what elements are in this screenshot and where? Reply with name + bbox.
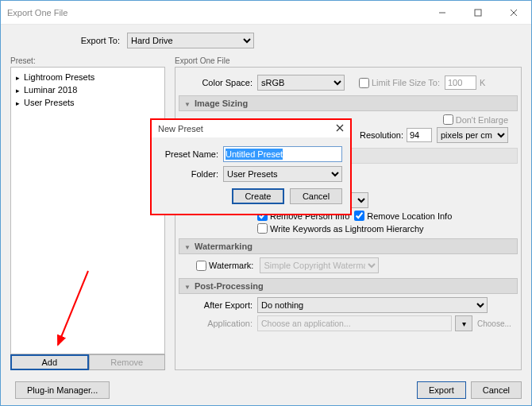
watermark-label: Watermark: [209,261,253,270]
window-title: Export One File [7,8,67,17]
application-field: Choose an application... [257,315,452,331]
write-keywords-checkbox[interactable] [257,223,268,234]
application-browse-button[interactable]: ▾ [455,315,472,331]
svg-rect-1 [475,10,481,16]
new-preset-dialog: New Preset Preset Name: Untitled Preset … [150,118,352,215]
write-keywords-label: Write Keywords as Lightroom Hierarchy [270,224,424,234]
application-label: Application: [193,319,253,328]
section-watermarking[interactable]: Watermarking [179,238,518,254]
after-export-select[interactable]: Do nothing [257,297,488,313]
resolution-input[interactable] [407,128,432,142]
preset-list[interactable]: Lightroom Presets Luminar 2018 User Pres… [10,67,165,354]
export-to-select[interactable]: Hard Drive [127,33,254,48]
colorspace-label: Color Space: [193,78,253,87]
remove-location-checkbox[interactable] [354,211,364,221]
plugin-manager-button[interactable]: Plug-in Manager... [15,381,110,399]
limit-filesize-label: Limit File Size To: [372,78,440,87]
colorspace-select[interactable]: sRGB [257,75,345,91]
dialog-cancel-button[interactable]: Cancel [290,188,342,204]
remove-location-label: Remove Location Info [367,211,452,221]
export-button[interactable]: Export [417,381,466,399]
preset-name-input[interactable]: Untitled Preset [223,146,342,162]
export-to-label: Export To: [1,36,120,45]
dialog-close-button[interactable] [336,124,344,133]
settings-panel: Color Space: sRGB Limit File Size To: K … [175,67,522,370]
preset-label: Preset: [10,56,165,65]
add-preset-button[interactable]: Add [10,354,89,370]
dont-enlarge-label: Don't Enlarge [456,115,508,125]
limit-filesize-checkbox[interactable] [359,78,369,88]
preset-item[interactable]: User Presets [13,96,163,109]
resolution-unit-select[interactable]: pixels per cm [437,127,508,143]
export-window: Export One File Export To: Hard Drive Pr… [0,0,532,406]
application-placeholder: Choose an application... [261,319,351,328]
cancel-button[interactable]: Cancel [471,381,522,399]
preset-item[interactable]: Lightroom Presets [13,71,163,83]
titlebar: Export One File [1,1,531,25]
dialog-create-button[interactable]: Create [232,188,284,204]
section-post-processing[interactable]: Post-Processing [179,278,518,294]
after-export-label: After Export: [193,300,253,310]
dont-enlarge-checkbox[interactable] [443,114,453,125]
settings-label: Export One File [175,56,522,65]
limit-unit-label: K [480,78,485,87]
remove-preset-button: Remove [89,354,166,370]
limit-filesize-input[interactable] [445,75,476,90]
resolution-label: Resolution: [360,130,403,140]
export-to-row: Export To: Hard Drive [1,25,531,56]
preset-name-label: Preset Name: [160,149,218,159]
choose-label: Choose... [477,319,511,328]
section-image-sizing[interactable]: Image Sizing [179,95,518,111]
watermark-checkbox[interactable] [196,261,206,271]
preset-item[interactable]: Luminar 2018 [13,83,163,96]
maximize-button[interactable] [460,1,495,25]
preset-folder-label: Folder: [160,169,218,179]
watermark-select: Simple Copyright Watermark [260,257,379,273]
dialog-title: New Preset [158,124,203,133]
close-button[interactable] [495,1,531,25]
minimize-button[interactable] [424,1,460,25]
preset-folder-select[interactable]: User Presets [223,166,342,182]
